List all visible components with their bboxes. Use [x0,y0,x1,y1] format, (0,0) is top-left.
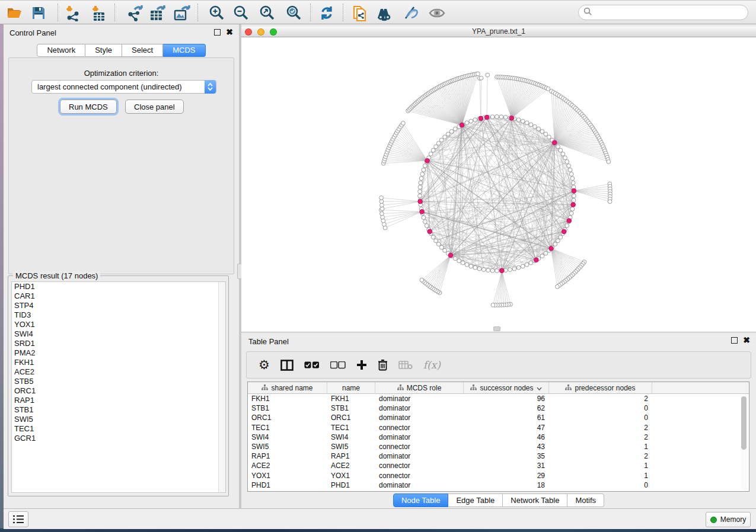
graph-node[interactable] [490,268,495,273]
memory-button[interactable]: Memory [706,512,751,527]
graph-hub-node[interactable] [418,199,423,204]
graph-leaf-node[interactable] [380,203,384,207]
tab-edge-table[interactable]: Edge Table [448,493,503,507]
unselect-all-columns-icon[interactable] [330,357,346,373]
graph-node[interactable] [439,245,444,249]
tab-network[interactable]: Network [37,44,85,57]
tab-style[interactable]: Style [85,44,122,57]
select-all-columns-icon[interactable] [304,357,320,373]
graph-node[interactable] [469,119,473,123]
graph-node[interactable] [449,129,454,133]
graph-node[interactable] [419,181,423,185]
graph-leaf-node[interactable] [476,72,480,76]
graph-node[interactable] [418,190,422,194]
graph-hub-node[interactable] [484,115,489,120]
graph-node[interactable] [499,115,503,119]
mcds-result-item[interactable]: SWI5 [12,415,225,424]
graph-node[interactable] [567,164,571,168]
graph-node[interactable] [419,177,423,181]
table-row[interactable]: TEC1TEC1connector472 [248,423,749,432]
table-row[interactable]: PHD1PHD1dominator180 [248,480,749,490]
graph-node[interactable] [561,152,565,156]
graph-node[interactable] [503,115,508,119]
mcds-result-item[interactable]: STP4 [12,301,225,310]
graph-node[interactable] [565,224,569,228]
tab-network-table[interactable]: Network Table [503,493,567,507]
tab-motifs[interactable]: Motifs [567,493,604,507]
graph-node[interactable] [556,145,560,149]
graph-node[interactable] [533,124,537,129]
graph-node[interactable] [570,207,575,211]
graph-node[interactable] [439,138,444,142]
graph-node[interactable] [521,264,525,268]
hide-graphics-details-icon[interactable] [401,4,420,23]
mcds-result-item[interactable]: SWI4 [12,329,225,339]
graph-node[interactable] [418,194,422,198]
graph-node[interactable] [420,172,425,177]
table-row[interactable]: SWI4SWI4dominator462 [248,432,749,442]
graph-hub-node[interactable] [509,116,514,121]
graph-node[interactable] [434,239,438,243]
graph-leaf-node[interactable] [420,278,424,282]
float-panel-icon[interactable] [731,337,738,344]
zoom-out-icon[interactable] [231,4,250,23]
graph-hub-node[interactable] [562,229,566,234]
import-table-icon[interactable] [89,4,108,23]
graph-node[interactable] [516,118,521,122]
graph-node[interactable] [473,118,477,122]
graph-node[interactable] [559,235,563,239]
graph-node[interactable] [540,129,544,133]
graph-node[interactable] [569,172,573,177]
refresh-icon[interactable] [317,4,336,23]
graph-node[interactable] [436,141,441,145]
graph-hub-node[interactable] [425,158,430,163]
graph-node[interactable] [469,264,473,268]
import-network-icon[interactable] [63,4,82,23]
mcds-result-item[interactable]: RAP1 [12,396,225,405]
zoom-fit-icon[interactable] [257,4,276,23]
network-canvas[interactable] [241,37,756,332]
graph-node[interactable] [461,261,465,265]
mcds-result-item[interactable]: TEC1 [12,424,225,434]
graph-node[interactable] [446,132,450,136]
graph-hub-node[interactable] [420,210,425,214]
graph-node[interactable] [495,269,499,273]
table-row[interactable]: STB1STB1dominator620 [248,403,749,413]
graph-node[interactable] [565,160,569,164]
graph-node[interactable] [547,135,551,139]
graph-leaf-node[interactable] [379,200,384,204]
graph-node[interactable] [525,262,529,267]
graph-node[interactable] [571,181,575,185]
zoom-in-icon[interactable] [207,4,226,23]
table-row[interactable]: ORC1ORC1dominator610 [248,413,749,422]
graph-leaf-node[interactable] [607,160,611,164]
graph-node[interactable] [540,254,544,258]
clone-network-icon[interactable] [350,4,369,23]
graph-node[interactable] [521,119,525,123]
graph-leaf-node[interactable] [379,196,384,200]
window-zoom-icon[interactable] [270,28,277,36]
graph-node[interactable] [422,168,426,172]
close-panel-icon[interactable]: ✖ [226,29,233,36]
column-header-MCDS-role[interactable]: MCDS role [375,382,464,394]
table-row[interactable]: RAP1RAP1dominator352 [248,451,749,461]
mcds-result-item[interactable]: STB5 [12,377,225,386]
mcds-result-item[interactable]: STB1 [12,405,225,415]
graph-hub-node[interactable] [571,203,576,207]
graph-leaf-node[interactable] [608,200,612,204]
graph-node[interactable] [477,267,481,271]
graph-node[interactable] [423,220,427,224]
tab-node-table[interactable]: Node Table [393,493,449,507]
graph-node[interactable] [481,268,486,272]
network-window-titlebar[interactable]: YPA_prune.txt_1 [241,27,756,37]
delete-column-icon[interactable] [378,357,388,373]
graph-node[interactable] [559,148,563,152]
graph-node[interactable] [429,152,433,156]
table-settings-gear-icon[interactable]: ⚙ [259,357,270,373]
graph-node[interactable] [512,267,516,271]
close-panel-button[interactable]: Close panel [125,100,184,114]
table-row[interactable]: ACE2ACE2connector311 [248,461,749,470]
search-box[interactable] [578,5,748,20]
graph-leaf-node[interactable] [491,303,495,307]
graph-node[interactable] [525,121,529,125]
